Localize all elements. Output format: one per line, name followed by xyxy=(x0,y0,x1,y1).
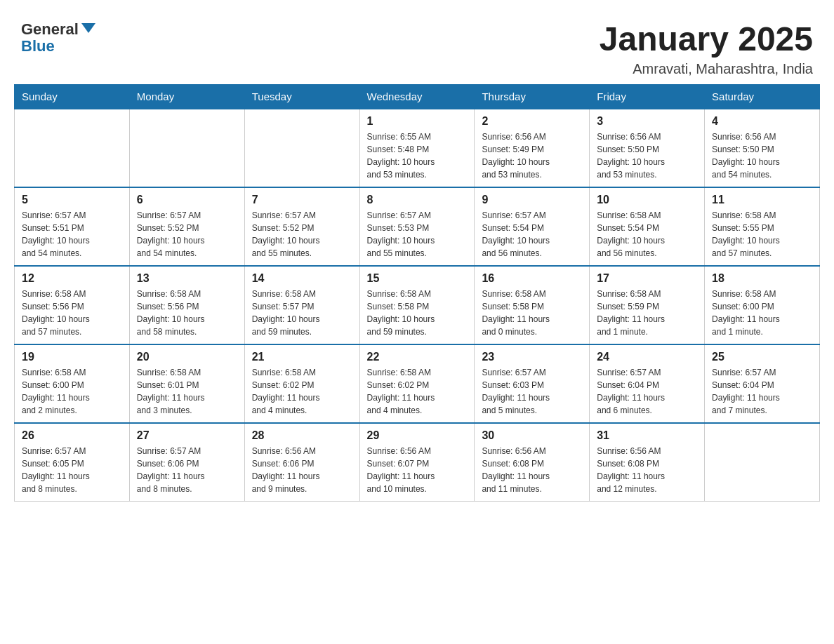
day-number: 9 xyxy=(482,194,582,206)
calendar-cell: 18Sunrise: 6:58 AM Sunset: 6:00 PM Dayli… xyxy=(705,266,820,344)
calendar-table: SundayMondayTuesdayWednesdayThursdayFrid… xyxy=(14,84,820,502)
day-info: Sunrise: 6:58 AM Sunset: 5:57 PM Dayligh… xyxy=(252,288,352,338)
day-number: 18 xyxy=(712,272,812,285)
calendar-cell: 28Sunrise: 6:56 AM Sunset: 6:06 PM Dayli… xyxy=(244,423,359,502)
day-info: Sunrise: 6:58 AM Sunset: 6:00 PM Dayligh… xyxy=(22,366,122,417)
calendar-cell xyxy=(705,423,820,502)
day-info: Sunrise: 6:56 AM Sunset: 5:50 PM Dayligh… xyxy=(712,130,812,181)
weekday-header-monday: Monday xyxy=(129,84,244,109)
calendar-cell: 1Sunrise: 6:55 AM Sunset: 5:48 PM Daylig… xyxy=(359,109,475,187)
calendar-cell: 12Sunrise: 6:58 AM Sunset: 5:56 PM Dayli… xyxy=(15,266,130,344)
day-number: 6 xyxy=(137,194,237,206)
calendar-cell: 5Sunrise: 6:57 AM Sunset: 5:51 PM Daylig… xyxy=(15,187,130,266)
logo-blue-text: Blue xyxy=(21,38,55,55)
day-number: 4 xyxy=(712,115,812,128)
calendar-cell: 16Sunrise: 6:58 AM Sunset: 5:58 PM Dayli… xyxy=(475,266,590,344)
logo: General Blue xyxy=(21,21,95,55)
calendar-cell: 2Sunrise: 6:56 AM Sunset: 5:49 PM Daylig… xyxy=(475,109,590,187)
weekday-header-sunday: Sunday xyxy=(15,84,130,109)
calendar-cell: 4Sunrise: 6:56 AM Sunset: 5:50 PM Daylig… xyxy=(705,109,820,187)
day-info: Sunrise: 6:58 AM Sunset: 5:59 PM Dayligh… xyxy=(597,288,697,338)
calendar-cell: 26Sunrise: 6:57 AM Sunset: 6:05 PM Dayli… xyxy=(15,423,130,502)
day-info: Sunrise: 6:57 AM Sunset: 6:03 PM Dayligh… xyxy=(482,366,582,417)
title-area: January 2025 Amravati, Maharashtra, Indi… xyxy=(600,21,813,77)
day-info: Sunrise: 6:57 AM Sunset: 6:06 PM Dayligh… xyxy=(137,445,237,495)
day-number: 20 xyxy=(137,351,237,363)
day-info: Sunrise: 6:58 AM Sunset: 5:58 PM Dayligh… xyxy=(367,288,468,338)
day-info: Sunrise: 6:56 AM Sunset: 5:49 PM Dayligh… xyxy=(482,130,582,181)
calendar-cell: 25Sunrise: 6:57 AM Sunset: 6:04 PM Dayli… xyxy=(705,344,820,423)
day-info: Sunrise: 6:56 AM Sunset: 5:50 PM Dayligh… xyxy=(597,130,697,181)
day-number: 3 xyxy=(597,115,697,128)
week-row-1: 1Sunrise: 6:55 AM Sunset: 5:48 PM Daylig… xyxy=(15,109,820,187)
day-info: Sunrise: 6:56 AM Sunset: 6:07 PM Dayligh… xyxy=(367,445,468,495)
day-number: 28 xyxy=(252,429,352,442)
calendar-cell: 6Sunrise: 6:57 AM Sunset: 5:52 PM Daylig… xyxy=(129,187,244,266)
day-info: Sunrise: 6:56 AM Sunset: 6:08 PM Dayligh… xyxy=(482,445,582,495)
day-number: 26 xyxy=(22,429,122,442)
logo-triangle-icon xyxy=(81,23,95,33)
day-number: 8 xyxy=(367,194,468,206)
calendar-cell: 21Sunrise: 6:58 AM Sunset: 6:02 PM Dayli… xyxy=(244,344,359,423)
day-number: 30 xyxy=(482,429,582,442)
day-number: 25 xyxy=(712,351,812,363)
calendar-cell: 30Sunrise: 6:56 AM Sunset: 6:08 PM Dayli… xyxy=(475,423,590,502)
week-row-3: 12Sunrise: 6:58 AM Sunset: 5:56 PM Dayli… xyxy=(15,266,820,344)
calendar-cell: 14Sunrise: 6:58 AM Sunset: 5:57 PM Dayli… xyxy=(244,266,359,344)
day-number: 21 xyxy=(252,351,352,363)
week-row-5: 26Sunrise: 6:57 AM Sunset: 6:05 PM Dayli… xyxy=(15,423,820,502)
day-number: 7 xyxy=(252,194,352,206)
location-title: Amravati, Maharashtra, India xyxy=(600,61,813,77)
calendar-cell: 15Sunrise: 6:58 AM Sunset: 5:58 PM Dayli… xyxy=(359,266,475,344)
weekday-header-tuesday: Tuesday xyxy=(244,84,359,109)
page-header: General Blue January 2025 Amravati, Maha… xyxy=(14,14,820,77)
day-number: 12 xyxy=(22,272,122,285)
day-info: Sunrise: 6:56 AM Sunset: 6:06 PM Dayligh… xyxy=(252,445,352,495)
day-info: Sunrise: 6:56 AM Sunset: 6:08 PM Dayligh… xyxy=(597,445,697,495)
day-number: 24 xyxy=(597,351,697,363)
logo-general-text: General xyxy=(21,21,79,38)
day-number: 2 xyxy=(482,115,582,128)
day-number: 13 xyxy=(137,272,237,285)
day-number: 19 xyxy=(22,351,122,363)
day-info: Sunrise: 6:57 AM Sunset: 5:51 PM Dayligh… xyxy=(22,209,122,260)
weekday-header-thursday: Thursday xyxy=(475,84,590,109)
day-number: 16 xyxy=(482,272,582,285)
day-info: Sunrise: 6:57 AM Sunset: 6:05 PM Dayligh… xyxy=(22,445,122,495)
calendar-cell: 19Sunrise: 6:58 AM Sunset: 6:00 PM Dayli… xyxy=(15,344,130,423)
calendar-cell: 27Sunrise: 6:57 AM Sunset: 6:06 PM Dayli… xyxy=(129,423,244,502)
day-number: 11 xyxy=(712,194,812,206)
day-info: Sunrise: 6:58 AM Sunset: 6:01 PM Dayligh… xyxy=(137,366,237,417)
day-info: Sunrise: 6:57 AM Sunset: 5:53 PM Dayligh… xyxy=(367,209,468,260)
day-info: Sunrise: 6:57 AM Sunset: 5:52 PM Dayligh… xyxy=(137,209,237,260)
day-number: 17 xyxy=(597,272,697,285)
day-info: Sunrise: 6:57 AM Sunset: 5:54 PM Dayligh… xyxy=(482,209,582,260)
day-info: Sunrise: 6:58 AM Sunset: 5:54 PM Dayligh… xyxy=(597,209,697,260)
calendar-cell: 20Sunrise: 6:58 AM Sunset: 6:01 PM Dayli… xyxy=(129,344,244,423)
weekday-header-saturday: Saturday xyxy=(705,84,820,109)
day-info: Sunrise: 6:58 AM Sunset: 5:56 PM Dayligh… xyxy=(22,288,122,338)
day-number: 29 xyxy=(367,429,468,442)
calendar-cell xyxy=(244,109,359,187)
week-row-4: 19Sunrise: 6:58 AM Sunset: 6:00 PM Dayli… xyxy=(15,344,820,423)
calendar-cell: 22Sunrise: 6:58 AM Sunset: 6:02 PM Dayli… xyxy=(359,344,475,423)
day-number: 10 xyxy=(597,194,697,206)
calendar-cell: 17Sunrise: 6:58 AM Sunset: 5:59 PM Dayli… xyxy=(590,266,705,344)
day-info: Sunrise: 6:55 AM Sunset: 5:48 PM Dayligh… xyxy=(367,130,468,181)
calendar-cell: 8Sunrise: 6:57 AM Sunset: 5:53 PM Daylig… xyxy=(359,187,475,266)
day-number: 31 xyxy=(597,429,697,442)
day-info: Sunrise: 6:58 AM Sunset: 5:55 PM Dayligh… xyxy=(712,209,812,260)
calendar-cell: 29Sunrise: 6:56 AM Sunset: 6:07 PM Dayli… xyxy=(359,423,475,502)
day-info: Sunrise: 6:58 AM Sunset: 6:00 PM Dayligh… xyxy=(712,288,812,338)
calendar-cell: 31Sunrise: 6:56 AM Sunset: 6:08 PM Dayli… xyxy=(590,423,705,502)
day-info: Sunrise: 6:57 AM Sunset: 6:04 PM Dayligh… xyxy=(712,366,812,417)
calendar-cell: 13Sunrise: 6:58 AM Sunset: 5:56 PM Dayli… xyxy=(129,266,244,344)
day-info: Sunrise: 6:58 AM Sunset: 6:02 PM Dayligh… xyxy=(252,366,352,417)
calendar-cell: 23Sunrise: 6:57 AM Sunset: 6:03 PM Dayli… xyxy=(475,344,590,423)
calendar-cell xyxy=(15,109,130,187)
day-number: 22 xyxy=(367,351,468,363)
day-number: 15 xyxy=(367,272,468,285)
calendar-cell: 10Sunrise: 6:58 AM Sunset: 5:54 PM Dayli… xyxy=(590,187,705,266)
day-info: Sunrise: 6:57 AM Sunset: 5:52 PM Dayligh… xyxy=(252,209,352,260)
day-number: 1 xyxy=(367,115,468,128)
